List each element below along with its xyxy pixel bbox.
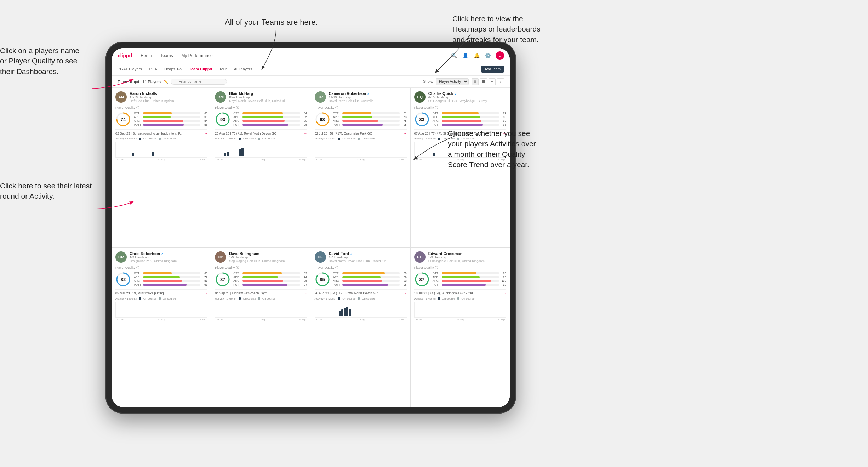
player-header: EC Edward Crossman 1-5 Handicap Sunningd…: [414, 251, 506, 263]
stat-bar: [242, 112, 283, 114]
tab-team-clippd[interactable]: Team Clippd: [189, 63, 212, 75]
filter-icon[interactable]: ▼: [489, 78, 496, 85]
stat-row: OTT 60: [134, 272, 207, 275]
list-view-icon[interactable]: ☰: [480, 78, 487, 85]
stat-bar: [442, 280, 491, 282]
tab-pga[interactable]: PGA: [149, 63, 157, 75]
latest-round[interactable]: 07 Aug 23 | 77 (+7), St George's Hill GC…: [414, 129, 506, 135]
sort-icon[interactable]: ↕: [497, 78, 504, 85]
round-arrow-icon[interactable]: →: [403, 291, 407, 295]
off-course-legend: [457, 138, 459, 140]
round-arrow-icon[interactable]: →: [204, 291, 207, 295]
player-card[interactable]: CQ Charlie Quick ✓ 6-10 Handicap St. Geo…: [411, 88, 510, 247]
player-info: Charlie Quick ✓ 6-10 Handicap St. George…: [428, 91, 506, 103]
search-icon[interactable]: 🔍: [450, 52, 457, 59]
bell-icon[interactable]: 🔔: [473, 52, 480, 59]
quality-circle[interactable]: 74: [115, 112, 131, 127]
quality-number: 82: [121, 277, 126, 282]
chart-label-end: 4 Sep: [399, 158, 405, 161]
stat-bar-bg: [143, 120, 200, 122]
round-arrow-icon[interactable]: →: [503, 131, 506, 135]
player-card[interactable]: EC Edward Crossman 1-5 Handicap Sunningd…: [411, 248, 510, 408]
quality-section[interactable]: 68 OTT 61 APP 63 ARG 75: [315, 112, 407, 127]
show-label: Show:: [423, 80, 433, 84]
nav-home[interactable]: Home: [141, 53, 152, 58]
player-name[interactable]: Dave Billingham: [229, 251, 307, 256]
quality-section[interactable]: 83 OTT 77 APP 80 ARG 83: [414, 112, 506, 127]
tab-pgat-players[interactable]: PGAT Players: [118, 63, 142, 75]
player-name[interactable]: Edward Crossman: [428, 251, 506, 256]
latest-round[interactable]: 05 Mar 23 | 19, Must make putting →: [115, 289, 207, 295]
quality-number: 68: [320, 117, 325, 122]
team-label: Team Clippd | 14 Players: [118, 80, 161, 84]
quality-section[interactable]: 87 OTT 73 APP 79 ARG 103: [414, 272, 506, 287]
chart-bar: [346, 307, 348, 316]
show-select[interactable]: Player Activity: [436, 78, 469, 85]
quality-circle[interactable]: 87: [215, 272, 230, 287]
nav-teams[interactable]: Teams: [160, 53, 173, 58]
chart-bars: [116, 142, 207, 156]
quality-section[interactable]: 74 OTT 60 APP 58 ARG 84: [115, 112, 207, 127]
latest-round[interactable]: 18 Jul 23 | 74 (+4), Sunningdale GC - Ol…: [414, 289, 506, 295]
stat-bar: [242, 272, 282, 274]
latest-round[interactable]: 02 Jul 23 | 59 (+17), Craigmillar Park G…: [315, 129, 407, 135]
player-name[interactable]: Cameron Robertson ✓: [329, 91, 407, 96]
stat-value: 75: [401, 119, 407, 123]
quality-section[interactable]: 87 OTT 82 APP 74 ARG 85: [215, 272, 307, 287]
player-card[interactable]: CR Chris Robertson ✓ 1-5 Handicap Craigm…: [112, 248, 211, 408]
round-arrow-icon[interactable]: →: [503, 291, 506, 295]
player-card[interactable]: AN Aaron Nicholls 11-15 Handicap Drift G…: [112, 88, 211, 247]
tab-all-players[interactable]: All Players: [234, 63, 252, 75]
quality-circle[interactable]: 87: [414, 272, 430, 287]
latest-round[interactable]: 02 Sep 23 | Sunset round to get back int…: [115, 129, 207, 135]
tab-tour[interactable]: Tour: [219, 63, 227, 75]
latest-round[interactable]: 26 Aug 23 | 84 (+12), Royal North Devon …: [315, 289, 407, 295]
player-name[interactable]: Charlie Quick ✓: [428, 91, 506, 96]
chart-bar: [241, 148, 244, 156]
quality-circle[interactable]: 68: [315, 112, 330, 127]
player-name[interactable]: Aaron Nicholls: [130, 91, 207, 96]
player-name[interactable]: Chris Robertson ✓: [130, 251, 207, 256]
filter-input[interactable]: [171, 79, 227, 85]
chart-label-start: 31 Jul: [416, 318, 422, 321]
player-card[interactable]: DF David Ford ✓ 1-5 Handicap Royal North…: [311, 248, 410, 408]
quality-section[interactable]: 85 OTT 89 APP 80 ARG 83: [315, 272, 407, 287]
chart-label-mid: 21 Aug: [357, 158, 365, 161]
activity-header: Activity · 1 Month On course Off course: [215, 137, 307, 140]
quality-circle[interactable]: 82: [115, 272, 131, 287]
round-arrow-icon[interactable]: →: [204, 131, 207, 135]
add-team-button[interactable]: Add Team: [481, 66, 504, 73]
latest-round[interactable]: 04 Sep 23 | Mobility with coach, Gym →: [215, 289, 307, 295]
round-arrow-icon[interactable]: →: [304, 131, 307, 135]
stat-label: PUTT: [333, 123, 341, 126]
round-arrow-icon[interactable]: →: [304, 291, 307, 295]
player-name[interactable]: David Ford ✓: [329, 251, 407, 256]
player-card[interactable]: CR Cameron Robertson ✓ 11-15 Handicap Ro…: [311, 88, 410, 247]
settings-icon[interactable]: ⚙️: [484, 52, 491, 59]
nav-my-performance[interactable]: My Performance: [182, 53, 213, 58]
quality-circle[interactable]: 93: [215, 112, 230, 127]
quality-section[interactable]: 82 OTT 60 APP 77 ARG 81: [115, 272, 207, 287]
player-handicap: 11-15 Handicap: [130, 96, 207, 99]
quality-section[interactable]: 93 OTT 84 APP 85 ARG 88: [215, 112, 307, 127]
quality-circle[interactable]: 83: [414, 112, 430, 127]
player-card[interactable]: DB Dave Billingham 1-5 Handicap Sog Magi…: [211, 248, 310, 408]
stat-value: 89: [401, 272, 407, 275]
grid-view-icon[interactable]: ⊞: [472, 78, 479, 85]
latest-round[interactable]: 26 Aug 23 | 73 (+1), Royal North Devon G…: [215, 129, 307, 135]
player-name[interactable]: Blair McHarg: [229, 91, 307, 96]
quality-circle[interactable]: 85: [315, 272, 330, 287]
user-avatar[interactable]: U: [496, 51, 504, 60]
player-avatar: CQ: [414, 91, 426, 103]
tab-hcaps[interactable]: Hcaps 1-5: [164, 63, 182, 75]
player-card[interactable]: BM Blair McHarg Plus Handicap Royal Nort…: [211, 88, 310, 247]
chart-bars: [215, 142, 307, 156]
edit-icon[interactable]: ✏️: [164, 80, 168, 84]
filter-container: 🔍: [171, 79, 227, 85]
chart-label-end: 4 Sep: [498, 158, 505, 161]
quality-number: 87: [419, 277, 424, 282]
profile-icon[interactable]: 👤: [462, 52, 469, 59]
round-arrow-icon[interactable]: →: [403, 131, 407, 135]
latest-round-text: 26 Aug 23 | 73 (+1), Royal North Devon G…: [215, 132, 276, 135]
stat-bar: [143, 280, 182, 282]
